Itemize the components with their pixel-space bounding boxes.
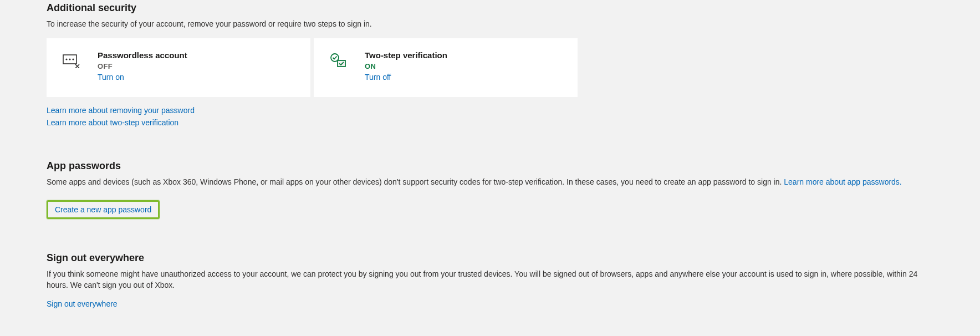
create-app-password-link[interactable]: Create a new app password [55, 205, 151, 214]
sign-out-section: Sign out everywhere If you think someone… [47, 252, 933, 309]
two-step-title: Two-step verification [365, 50, 447, 60]
app-passwords-desc-text: Some apps and devices (such as Xbox 360,… [47, 177, 784, 186]
learn-app-passwords-link[interactable]: Learn more about app passwords. [784, 177, 901, 186]
app-passwords-title: App passwords [47, 160, 933, 172]
passwordless-status: OFF [98, 62, 187, 70]
sign-out-title: Sign out everywhere [47, 252, 933, 264]
svg-point-1 [65, 59, 67, 60]
svg-rect-5 [338, 60, 345, 67]
create-app-password-highlight: Create a new app password [47, 200, 160, 219]
svg-point-3 [72, 59, 74, 60]
svg-point-2 [69, 59, 70, 60]
additional-security-title: Additional security [47, 2, 933, 14]
password-icon [60, 53, 83, 68]
learn-two-step-link[interactable]: Learn more about two-step verification [47, 118, 178, 127]
two-step-icon [327, 53, 350, 68]
passwordless-card: Passwordless account OFF Turn on [47, 38, 310, 97]
additional-security-subtitle: To increase the security of your account… [47, 18, 933, 29]
two-step-status: ON [365, 62, 447, 70]
sign-out-everywhere-link[interactable]: Sign out everywhere [47, 299, 118, 308]
additional-security-section: Additional security To increase the secu… [47, 2, 933, 127]
passwordless-title: Passwordless account [98, 50, 187, 60]
app-passwords-description: Some apps and devices (such as Xbox 360,… [47, 176, 933, 187]
passwordless-turn-on-link[interactable]: Turn on [98, 73, 187, 82]
app-passwords-section: App passwords Some apps and devices (suc… [47, 160, 933, 218]
sign-out-description: If you think someone might have unauthor… [47, 268, 933, 291]
security-cards: Passwordless account OFF Turn on Two-s [47, 38, 933, 97]
learn-remove-password-link[interactable]: Learn more about removing your password [47, 106, 195, 115]
two-step-turn-off-link[interactable]: Turn off [365, 73, 447, 82]
two-step-card: Two-step verification ON Turn off [314, 38, 578, 97]
